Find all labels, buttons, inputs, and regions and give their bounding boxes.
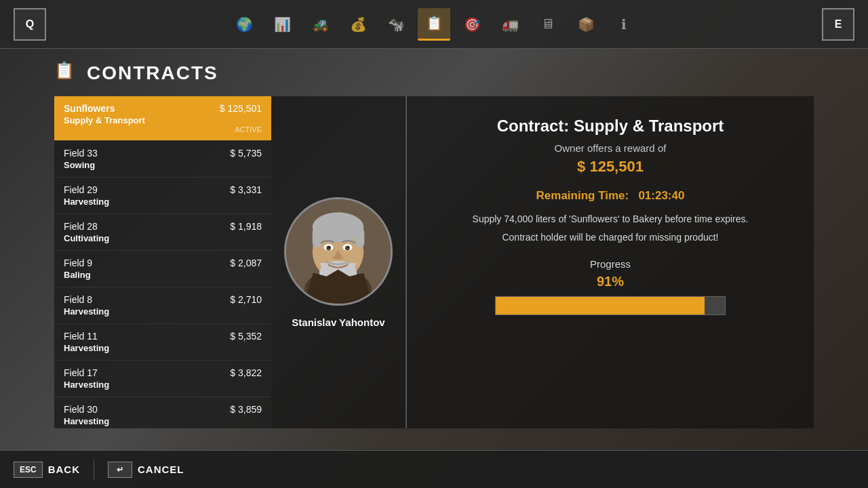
content-split: Sunflowers$ 125,501Supply & TransportACT… — [54, 96, 814, 428]
contract-item-type: Sowing — [64, 160, 262, 170]
contract-item-name: Sunflowers — [64, 103, 115, 114]
contract-item-name: Field 11 — [64, 331, 98, 342]
contract-item[interactable]: Field 8$ 2,710Harvesting — [54, 287, 271, 324]
bottom-bar: ESC BACK ↵ CANCEL — [0, 450, 868, 488]
svg-point-11 — [345, 246, 350, 251]
production-icon[interactable]: 📦 — [570, 8, 602, 41]
contract-item[interactable]: Field 11$ 5,352Harvesting — [54, 324, 271, 361]
page-title-area: 📋 CONTRACTS — [54, 61, 814, 85]
contract-item-type: Harvesting — [64, 380, 262, 390]
contract-item[interactable]: Field 28$ 1,918Cultivating — [54, 214, 271, 251]
progress-bar-fill — [496, 297, 705, 314]
back-button[interactable]: ESC BACK — [14, 462, 80, 478]
contract-item-type: Harvesting — [64, 197, 262, 207]
page-title: CONTRACTS — [87, 62, 218, 84]
nav-right: E — [822, 8, 854, 41]
svg-rect-6 — [355, 227, 364, 247]
contract-item[interactable]: Sunflowers$ 125,501Supply & TransportACT… — [54, 96, 271, 141]
progress-bar — [495, 296, 726, 315]
contract-item-name: Field 30 — [64, 404, 98, 415]
contract-item-name: Field 28 — [64, 221, 98, 232]
contract-item[interactable]: Field 33$ 5,735Sowing — [54, 141, 271, 178]
contract-item-price: $ 3,859 — [230, 404, 262, 415]
contract-item-type: Supply & Transport — [64, 115, 262, 125]
progress-label: Progress — [590, 258, 631, 270]
tractor-icon[interactable]: 🚜 — [304, 8, 336, 41]
contract-item-price: $ 2,087 — [230, 258, 262, 268]
contract-item-price: $ 125,501 — [220, 103, 262, 114]
contract-item-name: Field 29 — [64, 184, 98, 195]
money-icon[interactable]: 💰 — [342, 8, 374, 41]
contract-item-name: Field 33 — [64, 148, 98, 159]
description-line2: Contract holder will be charged for miss… — [502, 230, 718, 245]
contract-item-price: $ 5,352 — [230, 331, 262, 342]
contract-item-type: Harvesting — [64, 416, 262, 426]
missions-icon[interactable]: 🎯 — [456, 8, 488, 41]
cancel-label: CANCEL — [138, 464, 184, 475]
contract-item-price: $ 2,710 — [230, 294, 262, 305]
remaining-time: Remaining Time: 01:23:40 — [536, 189, 685, 203]
contract-item-price: $ 3,331 — [230, 184, 262, 195]
portrait-area: Stanislav Yahontov — [271, 96, 407, 428]
contract-detail: Stanislav Yahontov Contract: Supply & Tr… — [271, 96, 814, 428]
reward-amount: $ 125,501 — [577, 158, 644, 176]
separator — [94, 460, 94, 480]
svg-point-12 — [329, 247, 330, 248]
back-key: ESC — [14, 462, 43, 478]
detail-inner: Stanislav Yahontov Contract: Supply & Tr… — [271, 96, 814, 428]
contracts-list[interactable]: Sunflowers$ 125,501Supply & TransportACT… — [54, 96, 271, 428]
progress-percent: 91% — [597, 274, 624, 289]
nav-left: Q — [14, 8, 46, 41]
contract-item-name: Field 9 — [64, 258, 92, 268]
contract-item-price: $ 3,822 — [230, 367, 262, 378]
stats-icon[interactable]: 📊 — [266, 8, 298, 41]
svg-point-10 — [326, 246, 331, 251]
svg-point-13 — [347, 247, 349, 248]
cancel-button[interactable]: ↵ CANCEL — [108, 462, 184, 478]
page-icon: 📋 — [54, 61, 79, 85]
map-icon[interactable]: 🖥 — [532, 8, 564, 41]
contract-item-price: $ 5,735 — [230, 148, 262, 159]
offer-text: Owner offers a reward of — [555, 142, 667, 154]
avatar — [284, 197, 393, 306]
contract-item[interactable]: Field 29$ 3,331Harvesting — [54, 178, 271, 214]
vehicles-icon[interactable]: 🚛 — [494, 8, 526, 41]
contract-item-status: ACTIVE — [64, 125, 262, 134]
detail-info: Contract: Supply & Transport Owner offer… — [407, 96, 814, 428]
contract-title: Contract: Supply & Transport — [497, 117, 724, 136]
owner-name: Stanislav Yahontov — [292, 317, 384, 328]
e-button[interactable]: E — [822, 8, 854, 41]
help-icon[interactable]: ℹ — [608, 8, 640, 41]
main-content: 📋 CONTRACTS Sunflowers$ 125,501Supply & … — [54, 61, 814, 454]
contract-item[interactable]: Field 9$ 2,087Baling — [54, 251, 271, 287]
contract-item-type: Harvesting — [64, 343, 262, 353]
top-navigation: Q 🌍📊🚜💰🐄📋🎯🚛🖥📦ℹ E — [0, 0, 868, 49]
contracts-icon[interactable]: 📋 — [418, 8, 450, 41]
contract-item-type: Baling — [64, 270, 262, 280]
contract-item-type: Cultivating — [64, 233, 262, 243]
contract-item-type: Harvesting — [64, 306, 262, 317]
nav-icons-group: 🌍📊🚜💰🐄📋🎯🚛🖥📦ℹ — [228, 8, 640, 41]
contract-item[interactable]: Field 30$ 3,859Harvesting — [54, 397, 271, 428]
description-line1: Supply 74,000 liters of 'Sunflowers' to … — [473, 212, 749, 226]
contract-item-price: $ 1,918 — [230, 221, 262, 232]
back-label: BACK — [48, 464, 80, 475]
contract-item-name: Field 17 — [64, 367, 98, 378]
contract-item-name: Field 8 — [64, 294, 92, 305]
animals-icon[interactable]: 🐄 — [380, 8, 412, 41]
q-button[interactable]: Q — [14, 8, 46, 41]
svg-rect-5 — [313, 227, 322, 247]
contract-item[interactable]: Field 17$ 3,822Harvesting — [54, 361, 271, 397]
farm-icon[interactable]: 🌍 — [228, 8, 260, 41]
cancel-key: ↵ — [108, 462, 132, 478]
